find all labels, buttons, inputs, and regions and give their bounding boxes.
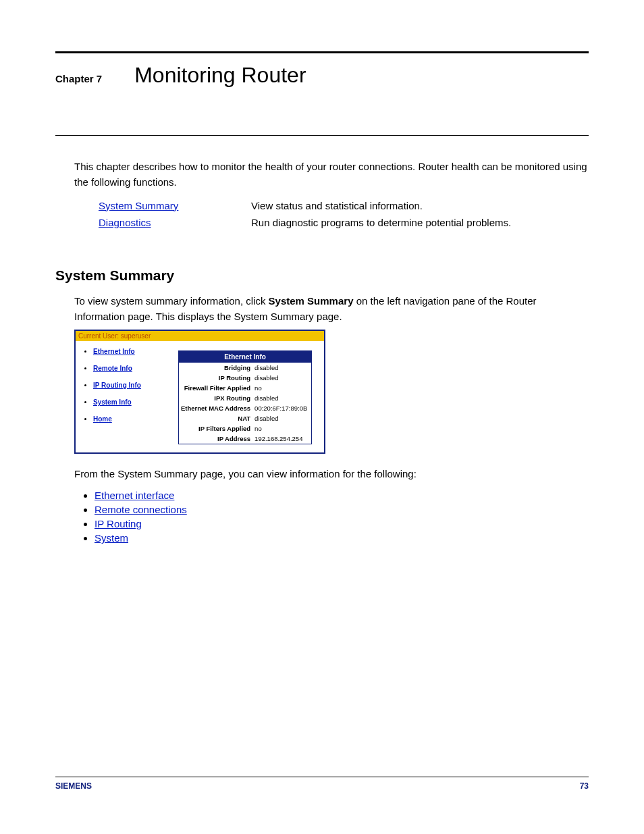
section-body-bold: System Summary [269, 295, 354, 307]
footer-brand: SIEMENS [55, 781, 92, 791]
list-item: IP Routing [95, 518, 589, 529]
list-item: System [95, 532, 589, 544]
table-row: Diagnostics Run diagnostic programs to d… [99, 214, 511, 231]
nav-remote-info[interactable]: Remote Info [93, 365, 132, 372]
ethernet-info-table: Ethernet Info Bridgingdisabled IP Routin… [178, 350, 312, 444]
screenshot-nav: Ethernet Info Remote Info IP Routing Inf… [76, 341, 178, 452]
info-key: IP Address [179, 434, 253, 444]
info-val: 192.168.254.254 [252, 434, 311, 444]
function-table: System Summary View status and statistic… [99, 197, 511, 231]
footer-rule [55, 777, 589, 777]
info-val: no [252, 383, 311, 393]
page-footer: SIEMENS 73 [55, 777, 589, 791]
chapter-title: Monitoring Router [134, 63, 306, 88]
nav-ethernet-info[interactable]: Ethernet Info [93, 348, 135, 355]
nav-system-info[interactable]: System Info [93, 398, 132, 406]
section-body: To view system summary information, clic… [74, 293, 589, 325]
link-ethernet-interface[interactable]: Ethernet interface [95, 490, 174, 501]
link-remote-connections[interactable]: Remote connections [95, 504, 187, 515]
info-val: disabled [252, 363, 311, 373]
info-key: Bridging [179, 363, 253, 373]
document-page: Chapter 7 Monitoring Router This chapter… [0, 0, 644, 834]
info-key: IPX Routing [179, 393, 253, 403]
info-key: IP Filters Applied [179, 423, 253, 434]
intro-paragraph: This chapter describes how to monitor th… [74, 159, 589, 190]
chapter-label: Chapter 7 [55, 73, 102, 84]
user-bar: Current User: superuser [76, 331, 324, 341]
footer-page-number: 73 [580, 781, 589, 791]
panel-title: Ethernet Info [179, 351, 312, 363]
link-diagnostics[interactable]: Diagnostics [99, 217, 151, 228]
info-val: disabled [252, 373, 311, 383]
screenshot-panel: Ethernet Info Bridgingdisabled IP Routin… [178, 341, 324, 452]
section-heading: System Summary [55, 267, 589, 284]
info-val: disabled [252, 393, 311, 403]
link-system-summary[interactable]: System Summary [99, 200, 178, 211]
section-body-pre: To view system summary information, clic… [74, 295, 269, 307]
info-key: Firewall Filter Applied [179, 383, 253, 393]
function-desc: View status and statistical information. [251, 197, 511, 214]
thin-rule [55, 135, 589, 136]
nav-ip-routing-info[interactable]: IP Routing Info [93, 382, 141, 389]
info-val: no [252, 423, 311, 434]
function-desc: Run diagnostic programs to determine pot… [251, 214, 511, 231]
view-links-list: Ethernet interface Remote connections IP… [82, 490, 589, 544]
screenshot-body: Ethernet Info Remote Info IP Routing Inf… [76, 341, 324, 452]
link-system[interactable]: System [95, 532, 128, 544]
embedded-screenshot: Current User: superuser Ethernet Info Re… [74, 330, 325, 454]
info-key: NAT [179, 413, 253, 423]
info-val: 00:20:6F:17:89:0B [252, 403, 311, 413]
info-val: disabled [252, 413, 311, 423]
chapter-header: Chapter 7 Monitoring Router [55, 63, 589, 88]
top-rule [55, 51, 589, 53]
nav-home[interactable]: Home [93, 415, 112, 423]
link-ip-routing[interactable]: IP Routing [95, 518, 142, 529]
after-shot-paragraph: From the System Summary page, you can vi… [74, 466, 589, 481]
info-key: IP Routing [179, 373, 253, 383]
list-item: Ethernet interface [95, 490, 589, 501]
table-row: System Summary View status and statistic… [99, 197, 511, 214]
info-key: Ethernet MAC Address [179, 403, 253, 413]
list-item: Remote connections [95, 504, 589, 515]
